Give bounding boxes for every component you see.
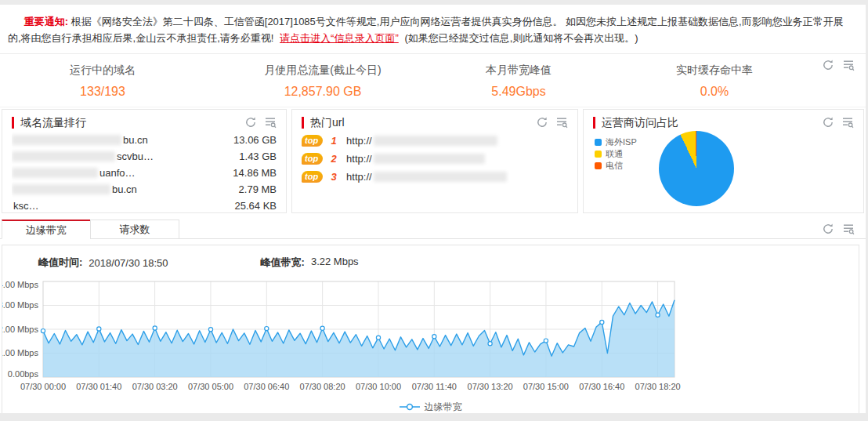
legend-item[interactable]: 电信	[595, 160, 637, 172]
line-marker-icon	[400, 403, 420, 411]
refresh-icon[interactable]	[244, 116, 257, 129]
domain-suffix: ksc…	[13, 198, 39, 214]
rank-number: 2	[327, 153, 340, 165]
pie-legend: 海外ISP 联通 电信	[595, 136, 637, 172]
traffic-value: 1.43 GB	[239, 148, 277, 165]
list-item: top 3 http://	[302, 168, 568, 186]
peak-bandwidth-label: 峰值带宽:	[261, 256, 305, 270]
svg-text:07/30 11:40: 07/30 11:40	[412, 382, 457, 391]
traffic-value: 14.86 MB	[233, 165, 277, 181]
chart-legend[interactable]: 边缘带宽	[2, 399, 859, 415]
domain-suffix: uanfo…	[99, 165, 136, 181]
stat-monthly-peak-bandwidth: 本月带宽峰值 5.49Gbps	[440, 64, 597, 99]
panel-title: 运营商访问占比	[593, 117, 678, 129]
list-item: top 1 http://	[302, 132, 568, 150]
isp-share-panel: 运营商访问占比 海外ISP 联通	[583, 109, 864, 213]
stats-row: 运行中的域名 133/193 月使用总流量(截止今日) 12,857.90 GB…	[0, 54, 866, 107]
svg-text:07/30 15:00: 07/30 15:00	[523, 382, 569, 391]
stat-value: 133/193	[0, 85, 205, 99]
redacted-domain	[12, 151, 115, 162]
hot-urls-panel: 热门url top 1 http:// top 2 http://	[291, 109, 578, 213]
svg-text:2.00 Mbps: 2.00 Mbps	[2, 325, 38, 334]
table-row: uanfo… 14.86 MB	[12, 165, 277, 181]
peak-time-value: 2018/07/30 18:50	[89, 257, 168, 269]
stat-cache-hit-rate: 实时缓存命中率 0.0%	[597, 64, 832, 99]
list-item: top 2 http://	[302, 150, 568, 168]
panel-title: 热门url	[302, 117, 345, 129]
table-row: bu.cn 13.06 GB	[12, 132, 277, 148]
legend-item[interactable]: 联通	[595, 148, 637, 160]
legend-swatch	[595, 139, 602, 146]
stat-running-domains: 运行中的域名 133/193	[0, 64, 205, 99]
table-row: ksc… 25.64 KB	[12, 198, 277, 214]
important-notice-banner: 重要通知: 根据《网络安全法》第二十四条、工信管函[2017]1085号文件等规…	[0, 5, 866, 54]
dashboard-page: 重要通知: 根据《网络安全法》第二十四条、工信管函[2017]1085号文件等规…	[0, 0, 868, 421]
refresh-icon[interactable]	[822, 59, 834, 71]
traffic-value: 13.06 GB	[233, 132, 277, 148]
stat-label: 运行中的域名	[0, 64, 205, 78]
stat-label: 本月带宽峰值	[440, 64, 597, 78]
stat-label: 月使用总流量(截止今日)	[205, 64, 440, 78]
url-prefix: http://	[346, 153, 372, 165]
legend-item[interactable]: 海外ISP	[595, 136, 637, 148]
peak-bandwidth-value: 3.22 Mbps	[311, 256, 359, 270]
refresh-icon[interactable]	[822, 116, 834, 129]
chart-tabbar: 边缘带宽 请求数	[0, 220, 866, 239]
redacted-domain	[12, 135, 121, 145]
chart-legend-label: 边缘带宽	[425, 401, 462, 414]
main-content: 重要通知: 根据《网络安全法》第二十四条、工信管函[2017]1085号文件等规…	[0, 5, 866, 419]
redacted-domain	[12, 168, 98, 178]
svg-text:07/30 01:40: 07/30 01:40	[76, 382, 121, 391]
legend-label: 电信	[606, 160, 623, 172]
tab-edge-bandwidth[interactable]: 边缘带宽	[2, 220, 91, 239]
stat-label: 实时缓存命中率	[597, 64, 832, 78]
domain-suffix: bu.cn	[112, 181, 137, 198]
bandwidth-section: 边缘带宽 请求数 峰值时间: 2018/07/30 18:50 峰值带宽: 3.…	[0, 220, 866, 419]
svg-text:07/30 16:40: 07/30 16:40	[579, 382, 624, 391]
panel-title: 域名流量排行	[12, 117, 86, 129]
url-prefix: http://	[346, 171, 372, 183]
stat-value: 12,857.90 GB	[205, 85, 440, 99]
domain-traffic-rank-panel: 域名流量排行 bu.cn 13.06 GB scvbu… 1.43 GB uan…	[2, 109, 287, 213]
info-entry-link[interactable]: 请点击进入“信息录入页面”	[280, 32, 399, 44]
redacted-url	[374, 136, 497, 146]
list-search-icon[interactable]	[841, 116, 854, 129]
traffic-value: 25.64 KB	[235, 198, 277, 214]
legend-swatch	[595, 162, 602, 169]
redacted-domain	[12, 184, 110, 194]
stat-value: 0.0%	[597, 85, 832, 99]
top-badge: top	[302, 135, 323, 147]
list-search-icon[interactable]	[555, 116, 568, 129]
svg-text:0.00bps: 0.00bps	[8, 369, 39, 379]
top-badge: top	[302, 171, 323, 183]
panels-row: 域名流量排行 bu.cn 13.06 GB scvbu… 1.43 GB uan…	[2, 109, 864, 213]
svg-text:07/30 05:00: 07/30 05:00	[188, 382, 233, 391]
svg-text:1.00 Mbps: 1.00 Mbps	[2, 348, 38, 357]
bandwidth-area-chart[interactable]: 4.00 Mbps3.00 Mbps2.00 Mbps1.00 Mbps0.00…	[2, 277, 859, 399]
stat-monthly-traffic: 月使用总流量(截止今日) 12,857.90 GB	[205, 64, 440, 99]
list-search-icon[interactable]	[842, 223, 855, 235]
table-row: bu.cn 2.79 MB	[12, 181, 277, 198]
url-prefix: http://	[346, 135, 372, 147]
list-search-icon[interactable]	[264, 116, 277, 129]
refresh-icon[interactable]	[822, 223, 834, 235]
redacted-url	[374, 172, 507, 182]
svg-text:07/30 03:20: 07/30 03:20	[132, 382, 178, 391]
bottom-strip	[0, 413, 868, 421]
legend-label: 联通	[606, 148, 623, 160]
rank-number: 3	[327, 171, 340, 183]
svg-text:3.00 Mbps: 3.00 Mbps	[2, 300, 38, 310]
traffic-value: 2.79 MB	[239, 181, 277, 198]
list-search-icon[interactable]	[842, 59, 855, 71]
refresh-icon[interactable]	[536, 116, 548, 129]
svg-text:07/30 00:00: 07/30 00:00	[20, 382, 66, 391]
svg-text:07/30 06:40: 07/30 06:40	[244, 382, 289, 391]
svg-text:07/30 13:20: 07/30 13:20	[468, 382, 513, 391]
svg-text:07/30 10:00: 07/30 10:00	[356, 382, 401, 391]
domain-suffix: bu.cn	[123, 132, 148, 148]
notice-prefix: 重要通知:	[24, 16, 68, 27]
domain-suffix: scvbu…	[117, 148, 154, 165]
isp-pie-chart[interactable]	[659, 131, 734, 206]
table-row: scvbu… 1.43 GB	[12, 148, 277, 165]
tab-request-count[interactable]: 请求数	[90, 220, 179, 239]
